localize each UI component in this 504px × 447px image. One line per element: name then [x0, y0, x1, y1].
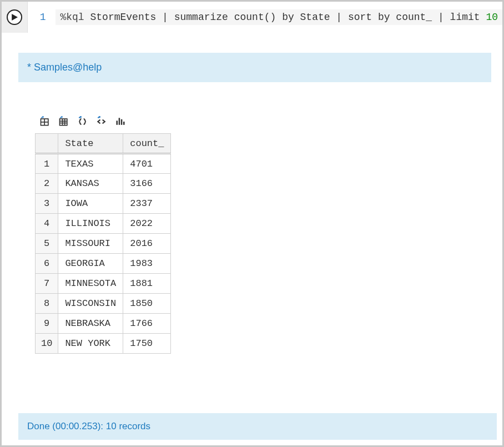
context-banner: * Samples@help	[18, 53, 491, 82]
svg-rect-11	[121, 119, 123, 125]
cell-state: MISSOURI	[58, 234, 123, 254]
table-header-row: State count_	[36, 134, 171, 154]
cell-count: 2016	[123, 234, 171, 254]
context-text: * Samples@help	[27, 62, 102, 73]
result-toolbar	[35, 115, 497, 128]
cell-count: 1850	[123, 294, 171, 314]
table-row[interactable]: 2KANSAS3166	[36, 174, 171, 194]
cell-state: WISCONSIN	[58, 294, 123, 314]
status-text: Done (00:00.253): 10 records	[27, 421, 150, 431]
table-row[interactable]: 9NEBRASKA1766	[36, 314, 171, 334]
run-button-gutter	[2, 2, 28, 33]
row-index: 5	[36, 234, 58, 254]
header-count[interactable]: count_	[123, 134, 171, 154]
table-row[interactable]: 6GEORGIA1983	[36, 254, 171, 274]
row-index: 9	[36, 314, 58, 334]
result-table: State count_ 1TEXAS47012KANSAS31663IOWA2…	[35, 133, 171, 354]
row-index: 10	[36, 334, 58, 354]
cell-state: KANSAS	[58, 174, 123, 194]
cell-count: 3166	[123, 174, 171, 194]
export-code-icon[interactable]	[95, 115, 108, 128]
row-index: 8	[36, 294, 58, 314]
header-state[interactable]: State	[58, 134, 123, 154]
query-text: StormEvents | summarize count() by State…	[84, 12, 486, 23]
table-row[interactable]: 10NEW YORK1750	[36, 334, 171, 354]
cell-state: TEXAS	[58, 154, 123, 174]
cell-count: 1750	[123, 334, 171, 354]
magic-token: %kql	[60, 12, 84, 23]
header-index[interactable]	[36, 134, 58, 154]
svg-rect-12	[123, 122, 125, 125]
row-index: 3	[36, 194, 58, 214]
export-grid-icon[interactable]	[57, 115, 70, 128]
row-index: 7	[36, 274, 58, 294]
chart-icon[interactable]	[114, 115, 127, 128]
svg-rect-9	[117, 120, 118, 125]
cell-state: ILLINOIS	[58, 214, 123, 234]
row-index: 6	[36, 254, 58, 274]
cell-state: MINNESOTA	[58, 274, 123, 294]
table-row[interactable]: 1TEXAS4701	[36, 154, 171, 174]
table-row[interactable]: 7MINNESOTA1881	[36, 274, 171, 294]
cell-count: 1766	[123, 314, 171, 334]
svg-rect-10	[119, 118, 120, 125]
play-icon	[11, 14, 18, 21]
cell-count: 4701	[123, 154, 171, 174]
table-row[interactable]: 3IOWA2337	[36, 194, 171, 214]
table-row[interactable]: 5MISSOURI2016	[36, 234, 171, 254]
svg-marker-0	[12, 14, 18, 21]
cell-state: NEW YORK	[58, 334, 123, 354]
cell-state: NEBRASKA	[58, 314, 123, 334]
cell-count: 1881	[123, 274, 171, 294]
code-text[interactable]: %kql StormEvents | summarize count() by …	[56, 9, 502, 25]
cell-count: 1983	[123, 254, 171, 274]
row-index: 4	[36, 214, 58, 234]
table-row[interactable]: 8WISCONSIN1850	[36, 294, 171, 314]
code-cell: 1 %kql StormEvents | summarize count() b…	[2, 2, 502, 33]
cell-state: GEORGIA	[58, 254, 123, 274]
limit-number: 10	[486, 12, 498, 23]
code-line[interactable]: 1 %kql StormEvents | summarize count() b…	[28, 2, 502, 33]
row-index: 1	[36, 154, 58, 174]
output-area: State count_ 1TEXAS47012KANSAS31663IOWA2…	[35, 115, 497, 354]
status-banner: Done (00:00.253): 10 records	[18, 413, 497, 440]
cell-count: 2022	[123, 214, 171, 234]
svg-rect-4	[60, 119, 67, 125]
cell-state: IOWA	[58, 194, 123, 214]
cell-count: 2337	[123, 194, 171, 214]
export-json-icon[interactable]	[76, 115, 89, 128]
table-row[interactable]: 4ILLINOIS2022	[36, 214, 171, 234]
run-button[interactable]	[7, 9, 22, 25]
line-number: 1	[28, 12, 56, 23]
export-table-icon[interactable]	[38, 115, 52, 128]
row-index: 2	[36, 174, 58, 194]
